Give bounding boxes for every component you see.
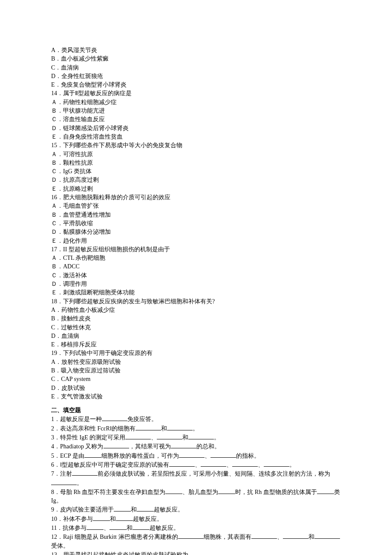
text: 和 [161, 425, 167, 432]
blank [314, 532, 340, 539]
text: 、 [277, 534, 283, 540]
option-b: Ｂ．甲状腺功能亢进 [51, 107, 341, 115]
blank [179, 451, 205, 458]
text: 、 [205, 453, 210, 459]
blank [169, 460, 195, 467]
page-content: A．类风湿关节炎 B．血小板减少性紫癜 C．血清病 D．全身性红斑狼疮 E．免疫… [51, 0, 341, 555]
blank [218, 488, 235, 494]
text: 2．表达高亲和性 FcεRⅠ的细胞有 [51, 425, 135, 432]
question-14: 14．属于Ⅱ型超敏反应的病症是 Ａ．药物性粒细胞减少症 Ｂ．甲状腺功能亢进 Ｃ．… [51, 89, 341, 141]
blank [135, 424, 161, 430]
blank [86, 523, 104, 530]
blank [93, 514, 110, 521]
text: 3．特异性 IgE 的测定可采用 [51, 434, 125, 441]
option-c: Ｃ．激活补体 [51, 271, 341, 280]
option-a: Ａ．CTL 杀伤靶细胞 [51, 254, 341, 262]
option-b: B．吸入物变应原过筛试验 [51, 366, 341, 375]
fill-q8: 8．母胎 Rh 血型不符主要发生在孕妇血型为、胎儿血型为时，抗 Rh 血型物质的… [51, 488, 341, 506]
blank [264, 460, 289, 467]
pre-options-block: A．类风湿关节炎 B．血小板减少性紫癜 C．血清病 D．全身性红斑狼疮 E．免疫… [51, 46, 341, 89]
text: 、 [151, 434, 157, 441]
option-a: A．药物性血小板减少症 [51, 306, 341, 314]
blank [232, 460, 258, 467]
blank [188, 550, 214, 555]
option-d: Ｄ．抗原高度过剩 [51, 176, 341, 184]
blank [317, 488, 334, 494]
text: 1．超敏反应是一种 [51, 416, 102, 422]
blank [104, 442, 129, 448]
text: 和 [110, 516, 116, 522]
option-a: Ａ．可溶性抗原 [51, 150, 341, 159]
blank [188, 433, 214, 439]
fill-q9: 9．皮内试验主要适用于和超敏反应。 [51, 505, 341, 514]
blank [283, 532, 308, 539]
text: 4．Phadiatop 又称为 [51, 443, 104, 450]
text: 、 [195, 462, 201, 468]
option-c: Ｃ．平滑肌收缩 [51, 219, 341, 228]
question-stem: 19．下列试验中可用于确定变应原的有 [51, 349, 341, 357]
text: 。 [214, 552, 220, 555]
text: 受体。 [51, 543, 69, 549]
blank [102, 415, 127, 421]
option-d: D．血清病 [51, 332, 341, 340]
option-d: Ｄ．调理作用 [51, 280, 341, 288]
text: 6．Ⅰ型超敏反应中可用于确定变应原的试验有 [51, 462, 169, 468]
text: 。 [289, 462, 295, 468]
fill-q2: 2．表达高亲和性 FcεRⅠ的细胞有和。 [51, 424, 341, 433]
text: 5．ECP 是由 [51, 453, 84, 459]
option-e: Ｅ．自身免疫性溶血性贫血 [51, 133, 341, 141]
fill-q12: 12．Raji 细胞是从 Burkitt 淋巴瘤患者分离建株的细胞株，其表面有、… [51, 532, 341, 550]
text: 。 [193, 425, 199, 432]
option-b: B．血小板减少性紫癜 [51, 55, 341, 63]
fill-q1: 1．超敏反应是一种免疫应答。 [51, 415, 341, 424]
question-stem: 15．下列哪些条件下易形成中等大小的免疫复合物 [51, 141, 341, 150]
option-a: Ａ．药物性粒细胞减少症 [51, 98, 341, 107]
text: 和 [182, 434, 188, 441]
option-b: Ｂ．颗粒性抗原 [51, 159, 341, 167]
question-stem: 16．肥大细胞脱颗粒释放的介质可引起的效应 [51, 193, 341, 202]
blank [178, 532, 204, 539]
text: 13．用于寻找引起接触性皮炎过敏原的皮肤试验称为 [51, 552, 188, 555]
option-c: Ｃ．溶血性输血反应 [51, 115, 341, 124]
option-e: Ｅ．刺激或阻断靶细胞受体功能 [51, 288, 341, 297]
text: 和 [127, 525, 133, 531]
option-b: B．接触性皮炎 [51, 314, 341, 323]
option-c: C．过敏性休克 [51, 323, 341, 332]
text: 。 [77, 480, 83, 486]
text: 7．注射 [51, 471, 72, 477]
option-b: Ｂ．血管壁通透性增加 [51, 211, 341, 219]
text: 超敏反应。 [154, 506, 184, 513]
text: 10．补体不参与 [51, 516, 93, 522]
option-d: D．全身性红斑狼疮 [51, 72, 341, 81]
text: 超敏反应。 [150, 525, 179, 531]
blank [165, 488, 182, 494]
fill-q3: 3．特异性 IgE 的测定可采用、和。 [51, 433, 341, 442]
option-a: Ａ．毛细血管扩张 [51, 202, 341, 210]
option-e: E．移植排斥反应 [51, 340, 341, 349]
text: 11．抗体参与 [51, 525, 86, 531]
option-b: Ｂ．ADCC [51, 262, 341, 271]
fill-q5: 5．ECP 是由细胞释放的毒性蛋白，可作为、的指标。 [51, 451, 341, 460]
option-c: C．CAP system [51, 375, 341, 384]
option-a: A．类风湿关节炎 [51, 46, 341, 55]
blank [116, 514, 133, 521]
option-d: Ｄ．链球菌感染后肾小球肾炎 [51, 124, 341, 133]
blank [201, 460, 226, 467]
text: ，其结果可视为 [129, 443, 171, 450]
fill-q13: 13．用于寻找引起接触性皮炎过敏原的皮肤试验称为。 [51, 550, 341, 555]
text: 和 [308, 534, 314, 540]
question-stem: 18．下列哪些超敏反应疾病的发生与致敏淋巴细胞和补体有关? [51, 297, 341, 306]
fill-q4: 4．Phadiatop 又称为，其结果可视为的总和。 [51, 442, 341, 451]
blank [171, 442, 196, 448]
question-19: 19．下列试验中可用于确定变应原的有 A．放射性变应原吸附试验 B．吸入物变应原… [51, 349, 341, 401]
text: 。 [214, 434, 220, 441]
text: 、 [104, 525, 110, 531]
blank [137, 505, 154, 511]
option-c: Ｃ．IgG 类抗体 [51, 167, 341, 176]
text: 细胞株，其表面有 [204, 534, 251, 540]
blank [72, 469, 98, 476]
blank [110, 523, 127, 530]
option-c: C．血清病 [51, 64, 341, 72]
blank [157, 433, 182, 439]
text: 、胎儿血型为 [182, 489, 218, 495]
